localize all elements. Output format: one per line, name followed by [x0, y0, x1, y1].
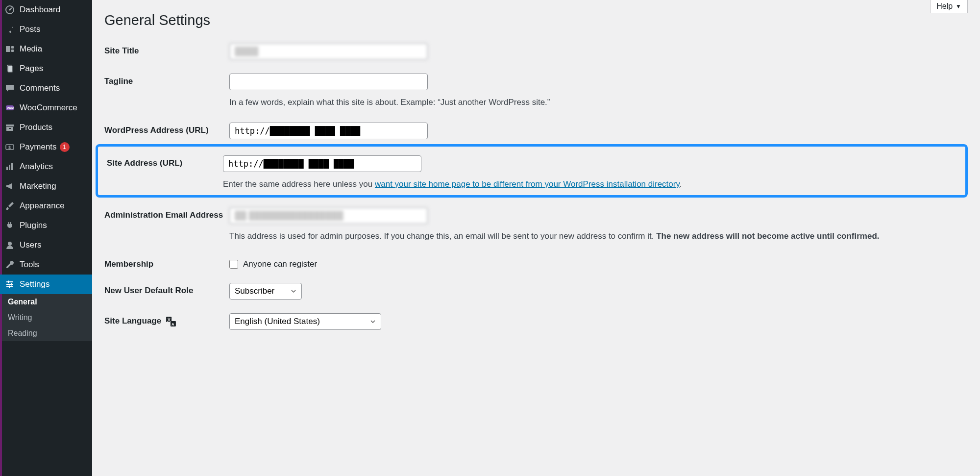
svg-rect-2 — [6, 46, 10, 52]
site-address-highlight: Site Address (URL) Enter the same addres… — [96, 144, 968, 198]
submenu-item-general[interactable]: General — [0, 294, 92, 310]
sidebar-item-label: Comments — [20, 83, 60, 93]
svg-rect-14 — [6, 167, 8, 170]
svg-rect-9 — [6, 125, 14, 126]
sidebar-item-label: Users — [20, 240, 41, 250]
sidebar-item-media[interactable]: Media — [0, 39, 92, 59]
svg-rect-11 — [9, 128, 11, 129]
svg-rect-6 — [8, 66, 13, 73]
label-wp-address: WordPress Address (URL) — [104, 123, 229, 135]
label-site-address: Site Address (URL) — [107, 155, 223, 168]
admin-email-help: This address is used for admin purposes.… — [229, 230, 968, 243]
sidebar-item-label: Posts — [20, 25, 41, 34]
row-site-address: Site Address (URL) Enter the same addres… — [107, 155, 965, 191]
sidebar-item-appearance[interactable]: Appearance — [0, 196, 92, 216]
tagline-help: In a few words, explain what this site i… — [229, 96, 968, 109]
dashboard-icon — [5, 5, 15, 15]
admin-email-input[interactable] — [229, 207, 428, 224]
sidebar-item-payments[interactable]: $Payments1 — [0, 137, 92, 157]
svg-text:A: A — [172, 322, 174, 326]
sidebar-item-pages[interactable]: Pages — [0, 59, 92, 78]
sidebar-item-label: Media — [20, 44, 42, 54]
sidebar-item-label: Pages — [20, 64, 43, 74]
row-default-role: New User Default Role Subscriber — [104, 283, 968, 300]
row-site-title: Site Title — [104, 43, 968, 60]
label-site-title: Site Title — [104, 43, 229, 56]
sidebar-item-label: Tools — [20, 260, 39, 270]
site-language-select[interactable]: English (United States) — [229, 313, 381, 330]
sidebar-item-plugins[interactable]: Plugins — [0, 216, 92, 235]
row-admin-email: Administration Email Address This addres… — [104, 207, 968, 243]
archive-icon — [5, 123, 15, 132]
svg-rect-18 — [6, 281, 13, 282]
badge: 1 — [60, 142, 70, 152]
default-role-select[interactable]: Subscriber — [229, 283, 302, 300]
row-site-language: Site Language 文A English (United States) — [104, 313, 968, 330]
svg-rect-23 — [9, 286, 10, 288]
svg-rect-3 — [11, 46, 14, 49]
svg-rect-16 — [11, 163, 13, 170]
label-site-language: Site Language 文A — [104, 313, 229, 327]
sidebar-item-label: Products — [20, 123, 52, 132]
chart-icon — [5, 162, 15, 172]
help-label: Help — [936, 2, 953, 11]
sidebar-item-woocommerce[interactable]: WooWooCommerce — [0, 98, 92, 118]
membership-checkbox-label: Anyone can register — [243, 259, 317, 269]
media-icon — [5, 44, 15, 54]
tagline-input[interactable] — [229, 74, 428, 90]
site-title-input[interactable] — [229, 43, 428, 60]
sidebar-item-label: Analytics — [20, 162, 53, 172]
label-membership: Membership — [104, 256, 229, 269]
submenu-item-writing[interactable]: Writing — [0, 310, 92, 326]
megaphone-icon — [5, 181, 15, 191]
sidebar-item-users[interactable]: Users — [0, 235, 92, 255]
wrench-icon — [5, 260, 15, 270]
svg-rect-22 — [11, 283, 12, 286]
wp-address-input[interactable] — [229, 123, 428, 139]
sidebar-item-label: WooCommerce — [20, 103, 77, 113]
sidebar-item-label: Appearance — [20, 201, 65, 211]
row-tagline: Tagline In a few words, explain what thi… — [104, 74, 968, 109]
svg-rect-21 — [8, 281, 9, 283]
sidebar-item-products[interactable]: Products — [0, 118, 92, 137]
label-admin-email: Administration Email Address — [104, 207, 229, 220]
svg-text:$: $ — [8, 145, 11, 150]
row-wp-address: WordPress Address (URL) — [104, 123, 968, 139]
plug-icon — [5, 221, 15, 230]
svg-rect-15 — [9, 165, 10, 170]
label-tagline: Tagline — [104, 74, 229, 86]
membership-checkbox-wrap[interactable]: Anyone can register — [229, 256, 968, 269]
sidebar-item-label: Marketing — [20, 181, 56, 191]
pin-icon — [5, 25, 15, 34]
site-address-input[interactable] — [223, 155, 421, 172]
user-icon — [5, 240, 15, 250]
sidebar-item-settings[interactable]: Settings — [0, 275, 92, 294]
sidebar-item-dashboard[interactable]: Dashboard — [0, 0, 92, 20]
svg-text:Woo: Woo — [7, 106, 14, 110]
sidebar-item-marketing[interactable]: Marketing — [0, 176, 92, 196]
svg-rect-19 — [6, 284, 13, 285]
help-tab[interactable]: Help ▼ — [930, 0, 968, 13]
membership-checkbox[interactable] — [229, 260, 238, 269]
sidebar-item-posts[interactable]: Posts — [0, 20, 92, 39]
sliders-icon — [5, 279, 15, 289]
sidebar-item-tools[interactable]: Tools — [0, 255, 92, 275]
svg-rect-4 — [11, 50, 14, 52]
admin-sidebar: DashboardPostsMediaPagesCommentsWooWooCo… — [0, 0, 92, 476]
pages-icon — [5, 64, 15, 74]
svg-point-17 — [8, 242, 12, 246]
sidebar-item-analytics[interactable]: Analytics — [0, 157, 92, 176]
site-address-link[interactable]: want your site home page to be different… — [375, 179, 680, 189]
sidebar-item-label: Dashboard — [20, 5, 60, 15]
settings-content: Help ▼ General Settings Site Title Tagli… — [92, 0, 980, 476]
sidebar-item-label: Payments — [20, 142, 57, 152]
submenu-item-reading[interactable]: Reading — [0, 326, 92, 341]
sidebar-item-comments[interactable]: Comments — [0, 78, 92, 98]
translation-icon: 文A — [166, 316, 176, 327]
dollar-icon: $ — [5, 142, 15, 152]
svg-point-1 — [9, 9, 11, 11]
sidebar-item-label: Plugins — [20, 221, 47, 230]
sidebar-item-label: Settings — [20, 279, 49, 289]
row-membership: Membership Anyone can register — [104, 256, 968, 269]
page-title: General Settings — [104, 12, 968, 28]
